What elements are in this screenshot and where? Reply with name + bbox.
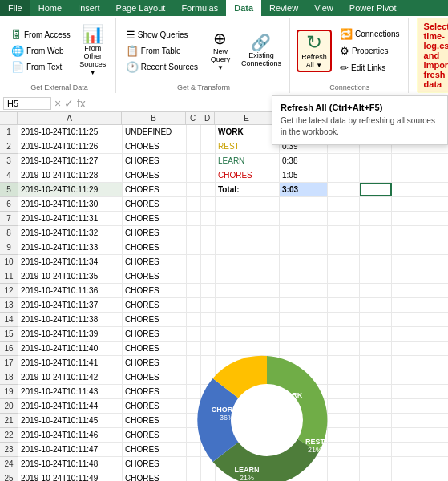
cell-b-16[interactable]: CHORES: [123, 342, 187, 355]
row-header-15[interactable]: 15: [0, 327, 18, 342]
cell-f-11[interactable]: [280, 269, 328, 283]
cell-a-15[interactable]: 2019-10-24T10:11:39: [18, 327, 123, 341]
from-table-button[interactable]: 📋 From Table: [123, 43, 201, 59]
cell-c-7[interactable]: [187, 212, 201, 225]
cell-d-7[interactable]: [201, 212, 216, 225]
cell-h-4[interactable]: [360, 168, 392, 182]
cell-a-21[interactable]: 2019-10-24T10:11:45: [18, 414, 123, 427]
cell-b-13[interactable]: CHORES: [123, 298, 187, 312]
cell-b-20[interactable]: CHORES: [123, 399, 187, 413]
cell-h-9[interactable]: [360, 240, 392, 254]
cell-h-7[interactable]: [360, 212, 392, 225]
cell-e-15[interactable]: [216, 327, 280, 341]
col-header-b[interactable]: B: [122, 112, 186, 124]
tab-view[interactable]: View: [306, 0, 341, 16]
row-header-21[interactable]: 21: [0, 414, 18, 428]
cell-a-8[interactable]: 2019-10-24T10:11:32: [18, 226, 123, 240]
cell-c-14[interactable]: [187, 313, 201, 326]
row-header-18[interactable]: 18: [0, 370, 18, 385]
cell-b-11[interactable]: CHORES: [123, 269, 187, 283]
cell-b-25[interactable]: CHORES: [123, 471, 187, 481]
cell-h-3[interactable]: [360, 154, 392, 168]
cell-d-8[interactable]: [201, 226, 216, 240]
row-header-12[interactable]: 12: [0, 284, 18, 298]
cell-d-15[interactable]: [201, 327, 216, 341]
cell-d-3[interactable]: [201, 154, 216, 168]
cell-e-1[interactable]: WORK: [216, 125, 280, 139]
cell-g-10[interactable]: [328, 255, 360, 269]
cell-a-3[interactable]: 2019-10-24T10:11:27: [18, 154, 123, 168]
properties-button[interactable]: ⚙ Properties: [337, 43, 403, 59]
from-text-button[interactable]: 📄 From Text: [8, 59, 74, 75]
cell-c-11[interactable]: [187, 269, 201, 283]
cell-d-12[interactable]: [201, 284, 216, 297]
cell-b-21[interactable]: CHORES: [123, 414, 187, 427]
cell-g-4[interactable]: [328, 168, 360, 182]
cell-b-8[interactable]: CHORES: [123, 226, 187, 240]
cell-f-5[interactable]: 3:03: [280, 183, 328, 196]
row-header-2[interactable]: 2: [0, 139, 18, 154]
col-header-e[interactable]: E: [215, 112, 279, 124]
cell-e-13[interactable]: [216, 298, 280, 312]
cell-b-7[interactable]: CHORES: [123, 212, 187, 225]
cell-h-11[interactable]: [360, 269, 392, 283]
row-header-23[interactable]: 23: [0, 443, 18, 457]
cell-a-25[interactable]: 2019-10-24T10:11:49: [18, 471, 123, 481]
cell-c-15[interactable]: [187, 327, 201, 341]
cell-d-14[interactable]: [201, 313, 216, 326]
cell-h-12[interactable]: [360, 284, 392, 297]
tab-page-layout[interactable]: Page Layout: [108, 0, 174, 16]
cell-d-4[interactable]: [201, 168, 216, 182]
cell-h-21[interactable]: [360, 414, 392, 427]
row-header-10[interactable]: 10: [0, 255, 18, 269]
row-header-9[interactable]: 9: [0, 240, 18, 255]
cell-g-14[interactable]: [328, 313, 360, 326]
cell-a-11[interactable]: 2019-10-24T10:11:35: [18, 269, 123, 283]
cell-g-5[interactable]: [328, 183, 360, 196]
row-header-11[interactable]: 11: [0, 269, 18, 284]
cell-d-1[interactable]: [201, 125, 216, 139]
cell-c-13[interactable]: [187, 298, 201, 312]
cell-h-20[interactable]: [360, 399, 392, 413]
row-header-17[interactable]: 17: [0, 356, 18, 370]
cell-a-2[interactable]: 2019-10-24T10:11:26: [18, 139, 123, 153]
cell-f-7[interactable]: [280, 212, 328, 225]
row-header-7[interactable]: 7: [0, 212, 18, 226]
cell-g-13[interactable]: [328, 298, 360, 312]
cell-h-15[interactable]: [360, 327, 392, 341]
cell-reference-input[interactable]: [3, 97, 51, 110]
cell-b-23[interactable]: CHORES: [123, 443, 187, 456]
cell-h-10[interactable]: [360, 255, 392, 269]
cell-c-8[interactable]: [187, 226, 201, 240]
cell-h-25[interactable]: [360, 471, 392, 481]
cell-a-9[interactable]: 2019-10-24T10:11:33: [18, 240, 123, 254]
cell-d-2[interactable]: [201, 139, 216, 153]
cell-g-8[interactable]: [328, 226, 360, 240]
cell-b-22[interactable]: CHORES: [123, 428, 187, 442]
cell-a-1[interactable]: 2019-10-24T10:11:25: [18, 125, 123, 139]
cell-f-3[interactable]: 0:38: [280, 154, 328, 168]
cell-a-6[interactable]: 2019-10-24T10:11:30: [18, 197, 123, 211]
cell-a-22[interactable]: 2019-10-24T10:11:46: [18, 428, 123, 442]
cell-c-4[interactable]: [187, 168, 201, 182]
connections-button[interactable]: 🔁 Connections: [337, 26, 403, 42]
cell-e-12[interactable]: [216, 284, 280, 297]
row-header-6[interactable]: 6: [0, 197, 18, 212]
cell-a-17[interactable]: 2019-10-24T10:11:41: [18, 356, 123, 370]
cell-h-24[interactable]: [360, 457, 392, 471]
cell-f-8[interactable]: [280, 226, 328, 240]
cell-e-7[interactable]: [216, 212, 280, 225]
cell-h-17[interactable]: [360, 356, 392, 370]
cell-h-6[interactable]: [360, 197, 392, 211]
tab-formulas[interactable]: Formulas: [173, 0, 226, 16]
row-header-14[interactable]: 14: [0, 313, 18, 327]
cell-c-3[interactable]: [187, 154, 201, 168]
cell-d-9[interactable]: [201, 240, 216, 254]
cell-f-13[interactable]: [280, 298, 328, 312]
cell-a-16[interactable]: 2019-10-24T10:11:40: [18, 342, 123, 355]
cell-e-14[interactable]: [216, 313, 280, 326]
show-queries-button[interactable]: ☰ Show Queries: [123, 27, 201, 42]
cell-c-10[interactable]: [187, 255, 201, 269]
row-header-22[interactable]: 22: [0, 428, 18, 443]
col-header-d[interactable]: D: [200, 112, 215, 124]
